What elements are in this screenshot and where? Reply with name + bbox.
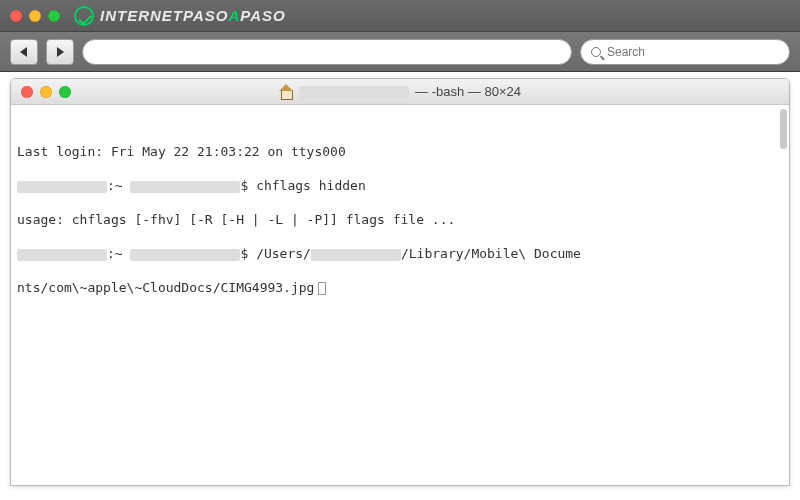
- terminal-line: usage: chflags [-fhv] [-R [-H | -L | -P]…: [17, 211, 783, 228]
- maximize-icon[interactable]: [48, 10, 60, 22]
- forward-button[interactable]: [46, 39, 74, 65]
- redacted-text: [17, 249, 107, 261]
- terminal-title-text: — -bash — 80×24: [415, 84, 521, 99]
- redacted-text: [130, 181, 240, 193]
- window-controls: [10, 10, 60, 22]
- search-field[interactable]: Search: [580, 39, 790, 65]
- nav-bar: Search: [0, 32, 800, 72]
- svg-marker-0: [20, 47, 27, 57]
- terminal-title: — -bash — 80×24: [21, 84, 779, 99]
- close-icon[interactable]: [10, 10, 22, 22]
- triangle-left-icon: [18, 46, 30, 58]
- brand-text-3: PASO: [240, 7, 285, 24]
- terminal-line: Last login: Fri May 22 21:03:22 on ttys0…: [17, 143, 783, 160]
- brand-text-1: INTERNET: [100, 7, 183, 24]
- triangle-right-icon: [54, 46, 66, 58]
- terminal-body[interactable]: Last login: Fri May 22 21:03:22 on ttys0…: [11, 105, 789, 485]
- close-icon[interactable]: [21, 86, 33, 98]
- terminal-line: :~ $ chflags hidden: [17, 177, 783, 194]
- terminal-line: nts/com\~apple\~CloudDocs/CIMG4993.jpg: [17, 279, 783, 296]
- terminal-window-controls: [21, 86, 71, 98]
- browser-top-bar: INTERNETPASOAPASO: [0, 0, 800, 32]
- cursor-icon: [318, 282, 326, 295]
- back-button[interactable]: [10, 39, 38, 65]
- redacted-text: [311, 249, 401, 261]
- terminal-line: :~ $ /Users//Library/Mobile\ Docume: [17, 245, 783, 262]
- brand-logo-icon: [74, 6, 94, 26]
- redacted-text: [299, 86, 409, 98]
- maximize-icon[interactable]: [59, 86, 71, 98]
- redacted-text: [17, 181, 107, 193]
- terminal-titlebar: — -bash — 80×24: [11, 79, 789, 105]
- brand-text-2: PASO: [183, 7, 228, 24]
- address-bar[interactable]: [82, 39, 572, 65]
- home-icon: [279, 85, 293, 99]
- terminal-window: — -bash — 80×24 Last login: Fri May 22 2…: [10, 78, 790, 486]
- minimize-icon[interactable]: [40, 86, 52, 98]
- scrollbar-thumb[interactable]: [780, 109, 787, 149]
- minimize-icon[interactable]: [29, 10, 41, 22]
- brand-text-accent: A: [228, 7, 240, 24]
- site-brand: INTERNETPASOAPASO: [74, 6, 286, 26]
- svg-marker-1: [57, 47, 64, 57]
- search-icon: [591, 47, 601, 57]
- search-placeholder: Search: [607, 45, 645, 59]
- redacted-text: [130, 249, 240, 261]
